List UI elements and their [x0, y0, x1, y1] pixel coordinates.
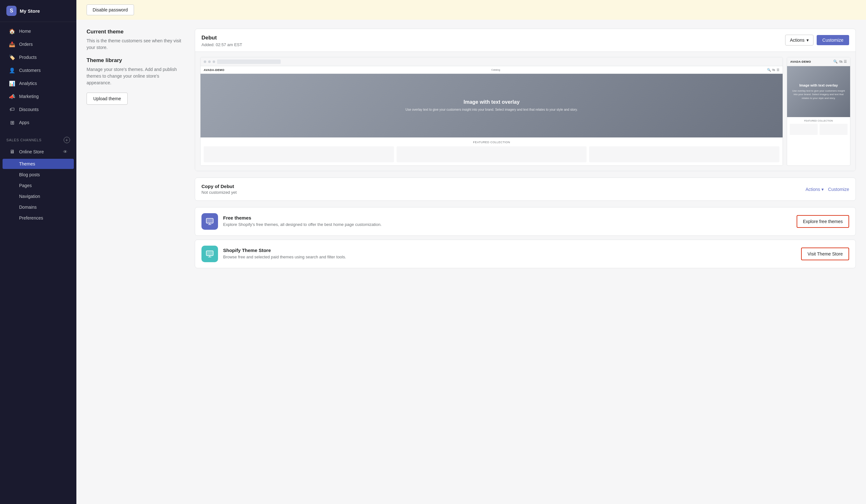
copy-actions-label: Actions: [806, 187, 820, 192]
mobile-item-2: [820, 124, 847, 135]
featured-item-2: [397, 146, 587, 162]
store-name: My Store: [20, 8, 40, 14]
preview-desktop: AVADA-DEMO Catalog 🔍 🛍 ☰ Image wit: [200, 57, 783, 166]
disable-password-button[interactable]: Disable password: [87, 4, 134, 15]
preview-featured: FEATURED COLLECTION: [200, 137, 782, 166]
menu-icon: ☰: [777, 68, 779, 71]
mobile-featured-label: FEATURED COLLECTION: [790, 120, 847, 122]
mobile-overlay-sub: Use overlay text to give your customers …: [791, 89, 846, 100]
mobile-overlay-title: Image with text overlay: [799, 83, 838, 87]
chevron-down-icon: ▾: [807, 37, 809, 43]
store-logo: S My Store: [0, 0, 76, 22]
orders-icon: 📥: [9, 41, 15, 47]
upload-theme-button[interactable]: Upload theme: [87, 93, 127, 105]
browser-url-bar: [217, 59, 281, 64]
mobile-menu-icon: ☰: [844, 59, 847, 64]
current-theme-section: Current theme This is the theme customer…: [87, 29, 182, 51]
preview-nav-links: Catalog: [491, 68, 500, 71]
theme-preview: AVADA-DEMO Catalog 🔍 🛍 ☰ Image wit: [195, 52, 855, 171]
sidebar-item-label: Products: [19, 55, 37, 60]
sidebar-item-apps[interactable]: ⊞ Apps: [2, 116, 74, 129]
customize-button[interactable]: Customize: [817, 35, 849, 45]
preview-brand: AVADA-DEMO: [204, 68, 224, 71]
theme-card-header: Debut Added: 02:57 am EST Actions ▾ Cust…: [195, 29, 855, 52]
sidebar-item-label: Discounts: [19, 107, 38, 112]
sidebar-item-label: Marketing: [19, 94, 38, 99]
featured-item-1: [204, 146, 394, 162]
domains-label: Domains: [19, 205, 37, 210]
copy-card-right: Actions ▾ Customize: [806, 187, 849, 192]
copy-actions-button[interactable]: Actions ▾: [806, 187, 824, 192]
sidebar-sub-item-themes[interactable]: Themes: [2, 159, 74, 169]
mobile-nav-bar: AVADA-DEMO 🔍 🛍 ☰: [787, 57, 850, 66]
sidebar-item-label: Home: [19, 29, 31, 34]
visit-theme-store-button[interactable]: Visit Theme Store: [801, 248, 849, 260]
mobile-icons: 🔍 🛍 ☰: [833, 59, 847, 64]
catalog-link: Catalog: [491, 68, 500, 71]
free-themes-card: Free themes Explore Shopify's free theme…: [195, 207, 856, 236]
analytics-icon: 📊: [9, 80, 15, 87]
sidebar-item-label: Customers: [19, 68, 41, 73]
sidebar-item-analytics[interactable]: 📊 Analytics: [2, 77, 74, 90]
sidebar-item-orders[interactable]: 📥 Orders: [2, 38, 74, 51]
sidebar-sub-item-preferences[interactable]: Preferences: [2, 213, 74, 223]
sidebar-sub-item-navigation[interactable]: Navigation: [2, 191, 74, 201]
preview-overlay-title: Image with text overlay: [463, 99, 519, 105]
sales-channels-label: SALES CHANNELS +: [0, 132, 76, 145]
store-options: Free themes Explore Shopify's free theme…: [195, 207, 856, 268]
free-themes-text: Free themes Explore Shopify's free theme…: [223, 215, 791, 227]
preview-nav-icons: 🔍 🛍 ☰: [767, 68, 779, 71]
copy-theme-name: Copy of Debut: [201, 183, 237, 189]
theme-library-title: Theme library: [87, 57, 182, 64]
theme-store-icon: [201, 246, 218, 262]
sidebar-item-marketing[interactable]: 📣 Marketing: [2, 90, 74, 103]
main-content: Disable password Current theme This is t…: [76, 0, 866, 504]
theme-name: Debut: [201, 35, 242, 41]
discounts-icon: 🏷: [9, 106, 15, 113]
online-store-label: Online Store: [19, 149, 44, 154]
theme-added: Added: 02:57 am EST: [201, 42, 242, 47]
browser-dot-3: [213, 60, 215, 63]
eye-icon[interactable]: 👁: [63, 149, 67, 154]
themes-svg-icon: [206, 217, 214, 226]
sidebar-item-customers[interactable]: 👤 Customers: [2, 64, 74, 77]
sidebar: S My Store 🏠 Home 📥 Orders 🏷️ Products 👤…: [0, 0, 76, 504]
preview-hero: Image with text overlay Use overlay text…: [200, 74, 782, 137]
marketing-icon: 📣: [9, 93, 15, 100]
theme-store-card: Shopify Theme Store Browse free and sele…: [195, 239, 856, 268]
theme-store-desc: Browse free and selected paid themes usi…: [223, 254, 796, 260]
search-icon: 🔍: [767, 68, 771, 71]
mobile-featured-items: [790, 124, 847, 135]
sidebar-sub-item-blog-posts[interactable]: Blog posts: [2, 170, 74, 180]
pages-label: Pages: [19, 183, 32, 188]
free-themes-desc: Explore Shopify's free themes, all desig…: [223, 222, 791, 227]
copy-of-debut-card: Copy of Debut Not customized yet Actions…: [195, 178, 856, 201]
blog-posts-label: Blog posts: [19, 172, 40, 177]
sidebar-item-products[interactable]: 🏷️ Products: [2, 51, 74, 64]
sidebar-item-label: Apps: [19, 120, 29, 125]
apps-icon: ⊞: [9, 119, 15, 126]
sidebar-item-home[interactable]: 🏠 Home: [2, 25, 74, 37]
mobile-featured: FEATURED COLLECTION: [787, 117, 850, 137]
actions-label: Actions: [790, 37, 804, 43]
explore-free-themes-button[interactable]: Explore free themes: [797, 215, 849, 228]
mobile-search-icon: 🔍: [833, 59, 838, 64]
copy-customize-button[interactable]: Customize: [828, 187, 849, 192]
browser-dot-1: [204, 60, 206, 63]
actions-button[interactable]: Actions ▾: [785, 35, 813, 45]
free-themes-icon: [201, 213, 218, 230]
current-theme-card: Debut Added: 02:57 am EST Actions ▾ Cust…: [195, 29, 856, 171]
sidebar-item-discounts[interactable]: 🏷 Discounts: [2, 103, 74, 116]
sidebar-item-online-store[interactable]: 🖥 Online Store 👁: [2, 145, 74, 158]
copy-theme-status: Not customized yet: [201, 190, 237, 195]
sidebar-sub-item-domains[interactable]: Domains: [2, 202, 74, 212]
browser-bar: [200, 57, 782, 66]
left-panel: Current theme This is the theme customer…: [87, 29, 195, 268]
sidebar-sub-item-pages[interactable]: Pages: [2, 180, 74, 191]
mobile-brand: AVADA-DEMO: [790, 60, 811, 63]
preview-overlay-sub: Use overlay text to give your customers …: [406, 108, 578, 112]
add-sales-channel-button[interactable]: +: [64, 137, 70, 143]
preferences-label: Preferences: [19, 215, 43, 221]
copy-card-left: Copy of Debut Not customized yet: [201, 183, 237, 195]
preview-nav: AVADA-DEMO Catalog 🔍 🛍 ☰: [200, 66, 782, 74]
